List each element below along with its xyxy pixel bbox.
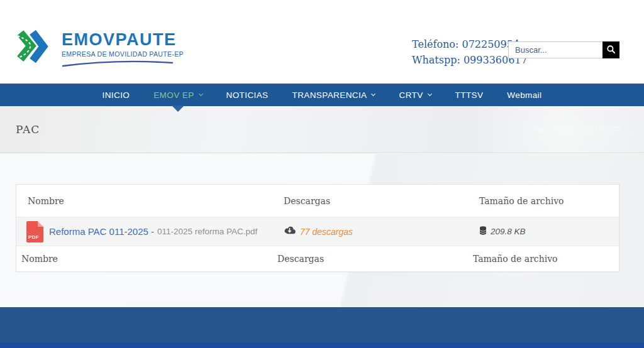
whatsapp-label: Whatspp:: [412, 54, 460, 66]
table-footer-row: Nombre Descargas Tamaño de archivo: [16, 246, 619, 271]
nav-item-noticias[interactable]: NOTICIAS: [214, 84, 280, 106]
nav-item-label: NOTICIAS: [226, 90, 269, 100]
database-icon: [479, 226, 487, 237]
downloads-cell: 77 descargas: [272, 226, 468, 237]
content-area: Nombre Descargas Tamaño de archivo PDF R…: [0, 154, 644, 307]
nav-item-emov-ep[interactable]: EMOV EP: [142, 84, 214, 106]
header-tamano: Tamaño de archivo: [468, 196, 619, 206]
chevron-down-icon: [199, 91, 203, 95]
nav-item-tttsv[interactable]: TTTSV: [443, 84, 496, 106]
file-size-text: 209.8 KB: [491, 227, 526, 236]
chevron-down-icon: [428, 91, 432, 95]
magnifier-icon: [606, 45, 616, 56]
footer-nombre: Nombre: [16, 254, 272, 264]
file-download-link[interactable]: Reforma PAC 011-2025 -: [49, 226, 154, 237]
breadcrumb[interactable]: Inicio / EMOVPAUTE EP: [533, 126, 620, 134]
logo[interactable]: EMOVPAUTE EMPRESA DE MOVILIDAD PAUTE-EP: [13, 26, 184, 70]
logo-text: EMOVPAUTE EMPRESA DE MOVILIDAD PAUTE-EP: [62, 26, 184, 70]
table-header-row: Nombre Descargas Tamaño de archivo: [16, 185, 619, 217]
nav-item-transparencia[interactable]: TRANSPARENCIA: [280, 84, 387, 106]
nav-item-label: EMOV EP: [153, 90, 194, 100]
nav-item-label: CRTV: [399, 90, 423, 100]
page: EMOVPAUTE EMPRESA DE MOVILIDAD PAUTE-EP …: [0, 0, 644, 348]
search: [508, 41, 619, 58]
page-title: PAC: [16, 123, 40, 136]
cloud-download-icon: [284, 226, 296, 237]
search-input[interactable]: [508, 41, 602, 58]
nav-item-crtv[interactable]: CRTV: [387, 84, 443, 106]
pdf-file-icon: PDF: [26, 221, 43, 242]
nav-item-label: TTTSV: [455, 90, 484, 100]
table-row: PDF Reforma PAC 011-2025 - 011-2025 refo…: [16, 217, 619, 246]
phone-label: Teléfono:: [412, 38, 458, 50]
logo-icon: [13, 26, 54, 69]
nav-item-label: Webmail: [507, 90, 541, 100]
downloads-count: 77 descargas: [300, 227, 353, 237]
logo-subtitle: EMPRESA DE MOVILIDAD PAUTE-EP: [62, 50, 184, 58]
file-name-cell: PDF Reforma PAC 011-2025 - 011-2025 refo…: [16, 221, 272, 242]
pdf-badge-label: PDF: [28, 234, 40, 240]
footer-tamano: Tamaño de archivo: [468, 254, 619, 264]
file-name-text: 011-2025 reforma PAC.pdf: [157, 227, 257, 236]
logo-title: EMOVPAUTE: [62, 31, 184, 48]
header-descargas: Descargas: [272, 196, 468, 206]
nav-item-label: TRANSPARENCIA: [292, 90, 367, 100]
site-header: EMOVPAUTE EMPRESA DE MOVILIDAD PAUTE-EP …: [0, 0, 644, 84]
nav-item-webmail[interactable]: Webmail: [495, 84, 553, 106]
file-size-cell: 209.8 KB: [468, 226, 619, 237]
nav-item-label: INICIO: [103, 90, 130, 100]
logo-swoosh: [62, 58, 174, 70]
main-nav: INICIO EMOV EP NOTICIAS TRANSPARENCIA CR…: [0, 84, 644, 106]
footer-band: [0, 307, 644, 342]
search-button[interactable]: [602, 41, 619, 58]
footer-descargas: Descargas: [272, 254, 468, 264]
nav-item-inicio[interactable]: INICIO: [91, 84, 142, 106]
header-nombre: Nombre: [16, 196, 272, 206]
footer-bottom-strip: [0, 342, 644, 348]
chevron-down-icon: [371, 91, 375, 95]
downloads-table: Nombre Descargas Tamaño de archivo PDF R…: [16, 184, 619, 272]
page-title-bar: PAC Inicio / EMOVPAUTE EP: [0, 106, 644, 153]
active-menu-pointer: [172, 106, 184, 112]
